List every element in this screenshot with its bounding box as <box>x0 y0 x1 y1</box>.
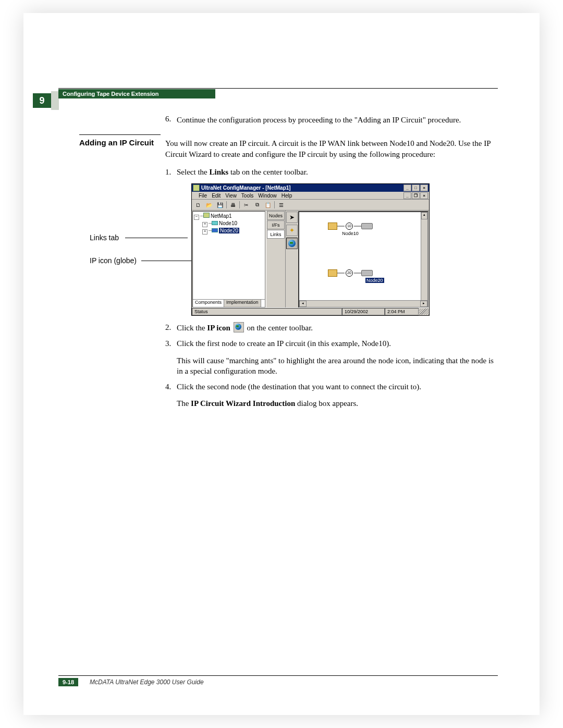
node20-badge: 20 <box>346 269 353 277</box>
toolbar: 🗋 📂 💾 🖶 ✂ ⧉ 📋 ☰ <box>192 200 429 211</box>
app-icon <box>193 184 200 191</box>
menu-help[interactable]: Help <box>282 193 292 199</box>
tb-sep <box>226 201 227 208</box>
tree-pane: −┈NetMap1 +┈Node10 +┈Node20 Components I… <box>192 211 265 307</box>
callout-links-line <box>125 238 188 238</box>
node20-label: Node20 <box>365 278 384 283</box>
step2-text: Click the IP icon on the center toolbar. <box>177 322 496 333</box>
tree-root[interactable]: NetMap1 <box>211 213 232 219</box>
inline-globe-icon <box>234 322 244 332</box>
resize-grip[interactable] <box>419 309 429 315</box>
vtab-ifs[interactable]: I/Fs <box>267 220 285 229</box>
window-title: UltraNet ConfigManager - [NetMap1] <box>201 185 403 191</box>
tb-save[interactable]: 💾 <box>215 200 225 209</box>
node-icon <box>212 221 218 225</box>
tool-nodes[interactable]: ✦ <box>286 225 298 236</box>
page-number-badge: 9-18 <box>58 678 78 686</box>
node10-label: Node10 <box>328 231 373 236</box>
callout-ip-icon: IP icon (globe) <box>90 256 137 265</box>
step4-number: 4. <box>165 381 177 409</box>
tool-pointer[interactable]: ➤ <box>286 212 298 223</box>
tree-tab-components[interactable]: Components <box>193 300 224 307</box>
step1-number: 1. <box>165 167 177 177</box>
canvas[interactable]: 10 Node10 20 Node20 ▴ ◂▸ <box>298 211 429 308</box>
step1-text: Select the Links tab on the center toolb… <box>177 167 496 177</box>
tb-sep <box>274 201 275 208</box>
step6-number: 6. <box>165 115 177 125</box>
header-rule <box>58 88 498 89</box>
tb-paste[interactable]: 📋 <box>263 200 273 209</box>
tb-copy[interactable]: ⧉ <box>252 200 262 209</box>
callout-links-tab: Links tab <box>90 233 119 242</box>
device-icon[interactable] <box>328 269 337 277</box>
status-date: 10/29/2002 <box>342 308 385 315</box>
step3-text: Click the first node to create an IP cir… <box>177 338 496 376</box>
globe-icon <box>288 240 296 247</box>
tool-ip-globe[interactable] <box>286 238 298 249</box>
close-button[interactable]: × <box>420 184 428 191</box>
minimize-button[interactable]: _ <box>403 184 411 191</box>
section-intro: You will now create an IP circuit. A cir… <box>165 138 496 159</box>
mdi-minimize-button[interactable]: _ <box>403 192 411 199</box>
tree-tab-implementation[interactable]: Implementation <box>224 300 261 307</box>
tree-expander[interactable]: + <box>202 222 207 227</box>
server-icon[interactable] <box>361 223 373 229</box>
step2-number: 2. <box>165 322 177 333</box>
section-divider <box>79 134 161 135</box>
chapter-badge: 9 <box>33 93 51 108</box>
tree-expander[interactable]: + <box>202 229 207 235</box>
callout-ip-line <box>141 261 193 261</box>
figure-screenshot: Links tab IP icon (globe) UltraNet Confi… <box>191 183 429 315</box>
vtab-nodes[interactable]: Nodes <box>267 211 285 220</box>
status-label: Status <box>192 308 342 315</box>
guide-title: McDATA UltraNet Edge 3000 User Guide <box>90 678 204 686</box>
status-time: 2:04 PM <box>385 308 419 315</box>
mdi-close-button[interactable]: × <box>420 192 428 199</box>
tb-cut[interactable]: ✂ <box>241 200 251 209</box>
step3-number: 3. <box>165 338 177 376</box>
tree-node20[interactable]: Node20 <box>219 228 239 233</box>
node-icon <box>212 228 218 232</box>
tb-print[interactable]: 🖶 <box>228 200 238 209</box>
tb-props[interactable]: ☰ <box>276 200 286 209</box>
menu-view[interactable]: View <box>225 193 237 199</box>
header-bar: Configuring Tape Device Extension <box>58 89 215 98</box>
chapter-badge-shadow <box>51 91 59 110</box>
netmap-icon <box>203 213 210 218</box>
server-icon[interactable] <box>361 270 373 276</box>
step4-text: Click the second node (the destination t… <box>177 381 496 409</box>
menubar: File Edit View Tools Window Help _ ❐ × <box>192 192 429 200</box>
vtab-links[interactable]: Links <box>267 230 285 239</box>
tree-expander[interactable]: − <box>194 215 199 220</box>
menu-tools[interactable]: Tools <box>241 193 253 199</box>
menu-edit[interactable]: Edit <box>212 193 221 199</box>
tb-new[interactable]: 🗋 <box>193 200 203 209</box>
maximize-button[interactable]: □ <box>412 184 420 191</box>
section-heading: Adding an IP Circuit <box>79 138 165 159</box>
canvas-vscroll[interactable]: ▴ <box>421 212 427 301</box>
window-titlebar: UltraNet ConfigManager - [NetMap1] _ □ × <box>192 184 429 192</box>
device-icon[interactable] <box>328 223 337 230</box>
footer: 9-18 McDATA UltraNet Edge 3000 User Guid… <box>58 675 498 686</box>
menu-file[interactable]: File <box>199 193 207 199</box>
mdi-restore-button[interactable]: ❐ <box>412 192 420 199</box>
node10-badge: 10 <box>346 223 353 230</box>
menu-window[interactable]: Window <box>258 193 277 199</box>
tree-node10[interactable]: Node10 <box>219 220 237 226</box>
tb-open[interactable]: 📂 <box>204 200 214 209</box>
tb-sep <box>239 201 240 208</box>
step6-text: Continue the configuration process by pr… <box>177 115 496 125</box>
canvas-hscroll[interactable]: ◂▸ <box>299 300 427 307</box>
